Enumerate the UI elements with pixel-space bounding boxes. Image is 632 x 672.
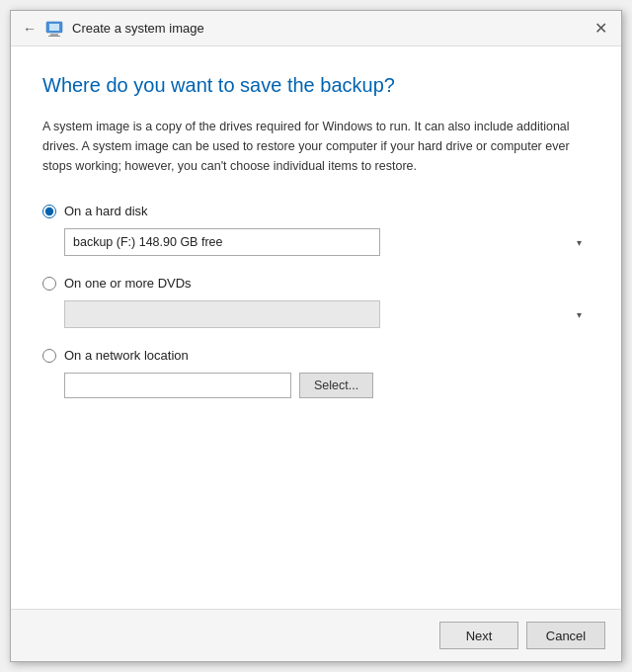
- dvd-option: On one or more DVDs ▾: [42, 276, 590, 328]
- svg-rect-2: [50, 34, 58, 36]
- hard-disk-dropdown-arrow-icon: ▾: [577, 237, 582, 248]
- dvd-radio[interactable]: [42, 277, 56, 291]
- title-bar: ← Create a system image ✕: [11, 11, 621, 46]
- network-option: On a network location Select...: [42, 348, 590, 398]
- hard-disk-dropdown-wrapper: backup (F:) 148.90 GB free ▾: [64, 228, 590, 256]
- app-icon: [44, 19, 64, 39]
- hard-disk-dropdown[interactable]: backup (F:) 148.90 GB free: [64, 228, 380, 256]
- back-arrow-icon[interactable]: ←: [23, 21, 37, 37]
- svg-rect-1: [49, 24, 59, 31]
- close-button[interactable]: ✕: [592, 21, 609, 37]
- next-button[interactable]: Next: [439, 622, 518, 649]
- network-location-input[interactable]: [64, 373, 291, 398]
- network-radio-label[interactable]: On a network location: [42, 348, 590, 363]
- network-label: On a network location: [64, 348, 189, 363]
- network-radio[interactable]: [42, 349, 56, 363]
- page-description: A system image is a copy of the drives r…: [42, 117, 590, 176]
- hard-disk-radio-label[interactable]: On a hard disk: [42, 204, 590, 218]
- main-content: Where do you want to save the backup? A …: [11, 46, 621, 609]
- dvd-dropdown-arrow-icon: ▾: [577, 309, 582, 320]
- dvd-label: On one or more DVDs: [64, 276, 192, 291]
- window-title: Create a system image: [72, 21, 204, 36]
- window: ← Create a system image ✕ Where do you w…: [10, 10, 622, 662]
- title-bar-left: ← Create a system image: [23, 19, 204, 39]
- footer: Next Cancel: [11, 609, 621, 661]
- cancel-button[interactable]: Cancel: [526, 622, 605, 649]
- network-input-row: Select...: [64, 373, 590, 398]
- page-heading: Where do you want to save the backup?: [42, 74, 590, 97]
- hard-disk-label: On a hard disk: [64, 204, 148, 218]
- dvd-dropdown-wrapper: ▾: [64, 300, 590, 328]
- svg-rect-3: [48, 36, 60, 37]
- hard-disk-radio[interactable]: [42, 205, 56, 218]
- dvd-radio-label[interactable]: On one or more DVDs: [42, 276, 590, 291]
- dvd-dropdown[interactable]: [64, 300, 380, 328]
- select-button[interactable]: Select...: [299, 373, 373, 398]
- hard-disk-option: On a hard disk backup (F:) 148.90 GB fre…: [42, 204, 590, 256]
